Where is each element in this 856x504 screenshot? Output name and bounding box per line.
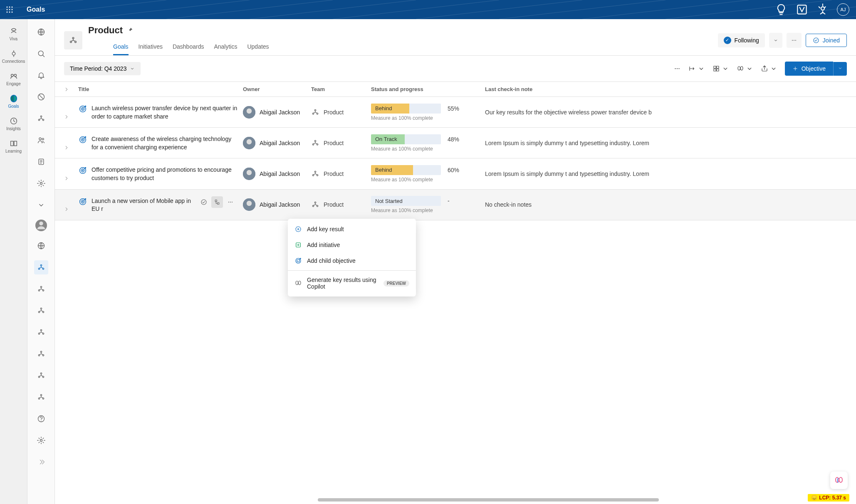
globe-icon[interactable]: [34, 239, 48, 253]
user-avatar-small[interactable]: [35, 220, 47, 231]
globe-icon[interactable]: [34, 25, 48, 39]
expand-width-icon[interactable]: [688, 65, 705, 72]
more-icon[interactable]: [673, 65, 681, 72]
user-avatar[interactable]: AJ: [837, 3, 849, 16]
joined-button[interactable]: Joined: [806, 34, 847, 47]
gear-icon[interactable]: [34, 433, 48, 447]
following-button[interactable]: ✓ Following: [718, 33, 765, 47]
menu-add-child-objective[interactable]: Add child objective: [288, 253, 416, 269]
col-team[interactable]: Team: [311, 82, 371, 96]
share-icon[interactable]: [761, 65, 777, 72]
table-row[interactable]: Create awareness of the wireless chargin…: [55, 128, 856, 158]
chevron-down-icon[interactable]: [34, 198, 48, 212]
settings-dropdown-icon[interactable]: [816, 3, 829, 16]
objective-title[interactable]: Launch wireless power transfer device by…: [92, 104, 240, 121]
rail-item-insights[interactable]: Insights: [0, 112, 27, 135]
org-icon[interactable]: [34, 282, 48, 296]
grid-view-icon[interactable]: [713, 65, 729, 72]
status-percent: 48%: [448, 136, 459, 143]
expand-toggle[interactable]: [55, 136, 78, 151]
owner-name[interactable]: Abigail Jackson: [260, 170, 300, 177]
owner-avatar[interactable]: [243, 137, 255, 149]
team-cell[interactable]: Product: [311, 139, 371, 147]
tab-goals[interactable]: Goals: [113, 40, 129, 55]
checkin-note[interactable]: No check-in notes: [485, 201, 856, 208]
objective-title[interactable]: Create awareness of the wireless chargin…: [92, 134, 240, 151]
status-bar[interactable]: Behind: [371, 165, 441, 175]
status-bar[interactable]: On Track: [371, 134, 441, 144]
checkin-note[interactable]: Lorem Ipsum is simply dummy t and typese…: [485, 140, 856, 146]
owner-avatar[interactable]: [243, 198, 255, 211]
rail-item-viva[interactable]: Viva: [0, 22, 27, 45]
chevron-right-icon[interactable]: [64, 86, 69, 92]
lightbulb-icon[interactable]: [774, 3, 788, 16]
status-bar[interactable]: Not Started: [371, 196, 441, 206]
help-icon[interactable]: [34, 412, 48, 426]
new-objective-dropdown[interactable]: [833, 62, 847, 76]
org-icon[interactable]: [34, 111, 48, 126]
menu-add-initiative[interactable]: Add initiative: [288, 237, 416, 253]
expand-icon[interactable]: [34, 455, 48, 469]
svg-point-20: [39, 138, 41, 140]
col-owner[interactable]: Owner: [243, 82, 311, 96]
table-row[interactable]: Launch wireless power transfer device by…: [55, 97, 856, 128]
col-status[interactable]: Status and progress: [371, 82, 485, 96]
following-dropdown[interactable]: [769, 33, 782, 48]
rail-item-goals[interactable]: Goals: [0, 90, 27, 112]
rail-item-learning[interactable]: Learning: [0, 135, 27, 157]
time-period-filter[interactable]: Time Period: Q4 2023: [64, 62, 141, 75]
org-icon[interactable]: [34, 390, 48, 404]
table-row[interactable]: Launch a new version of Mobile app in EU…: [55, 190, 856, 220]
owner-name[interactable]: Abigail Jackson: [260, 109, 300, 116]
objective-title[interactable]: Launch a new version of Mobile app in EU…: [92, 196, 194, 213]
org-icon[interactable]: [34, 325, 48, 339]
search-icon[interactable]: [34, 47, 48, 61]
copilot-fab[interactable]: [830, 472, 848, 489]
tab-updates[interactable]: Updates: [247, 40, 269, 55]
org-icon[interactable]: [34, 260, 48, 274]
notes-icon[interactable]: [34, 155, 48, 169]
more-button[interactable]: [787, 33, 802, 48]
org-icon[interactable]: [34, 347, 48, 361]
checkin-icon[interactable]: [198, 196, 210, 208]
owner-avatar[interactable]: [243, 106, 255, 119]
checkin-note[interactable]: Lorem Ipsum is simply dummy t and typese…: [485, 170, 856, 177]
checkin-note[interactable]: Our key results for the objective wirele…: [485, 109, 856, 116]
col-note[interactable]: Last check-in note: [485, 82, 856, 96]
expand-toggle[interactable]: [55, 197, 78, 212]
team-cell[interactable]: Product: [311, 170, 371, 178]
team-cell[interactable]: Product: [311, 200, 371, 209]
bell-icon[interactable]: [34, 68, 48, 82]
new-objective-button[interactable]: Objective: [785, 62, 833, 76]
owner-name[interactable]: Abigail Jackson: [260, 140, 300, 146]
app-launcher-icon[interactable]: [0, 0, 19, 19]
menu-add-key-result[interactable]: Add key result: [288, 221, 416, 237]
pin-icon[interactable]: [127, 27, 134, 35]
owner-avatar[interactable]: [243, 168, 255, 180]
team-cell[interactable]: Product: [311, 108, 371, 116]
tab-dashboards[interactable]: Dashboards: [173, 40, 204, 55]
svg-point-52: [794, 40, 794, 41]
horizontal-scrollbar[interactable]: [318, 498, 848, 502]
tab-analytics[interactable]: Analytics: [214, 40, 237, 55]
rail-item-engage[interactable]: Engage: [0, 67, 27, 90]
gear-icon[interactable]: [34, 176, 48, 190]
rail-item-connections[interactable]: Connections: [0, 45, 27, 67]
immersive-reader-icon[interactable]: [795, 3, 809, 16]
more-icon[interactable]: [225, 196, 236, 208]
owner-name[interactable]: Abigail Jackson: [260, 201, 300, 208]
status-bar[interactable]: Behind: [371, 104, 441, 114]
table-row[interactable]: Offer competitive pricing and promotions…: [55, 158, 856, 189]
copilot-icon[interactable]: [737, 65, 753, 72]
menu-generate-copilot[interactable]: Generate key results using Copilot PREVI…: [288, 272, 416, 294]
expand-toggle[interactable]: [55, 105, 78, 120]
org-icon[interactable]: [34, 304, 48, 318]
tab-initiatives[interactable]: Initiatives: [139, 40, 163, 55]
block-icon[interactable]: [34, 90, 48, 104]
add-child-icon[interactable]: [211, 196, 223, 208]
people-icon[interactable]: [34, 133, 48, 147]
col-title[interactable]: Title: [78, 82, 243, 96]
objective-title[interactable]: Offer competitive pricing and promotions…: [92, 165, 240, 182]
expand-toggle[interactable]: [55, 166, 78, 181]
org-icon[interactable]: [34, 368, 48, 383]
